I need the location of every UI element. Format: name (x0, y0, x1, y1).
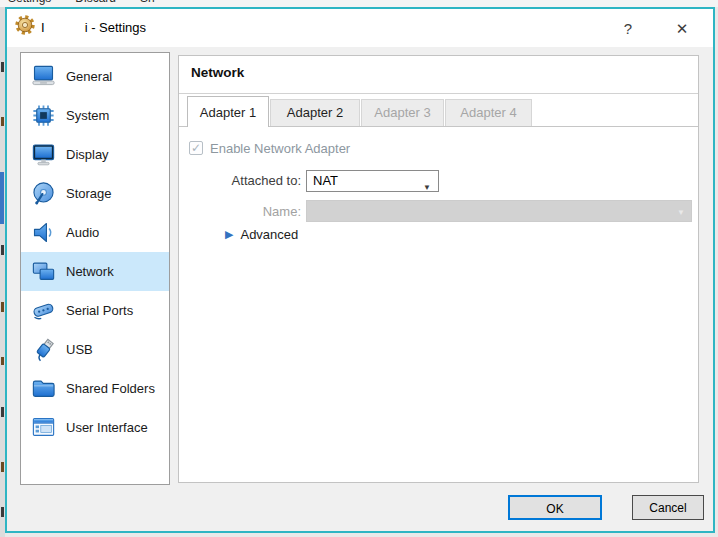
sidebar-item-storage[interactable]: Storage (21, 174, 169, 213)
network-settings-panel: Network Adapter 1 Adapter 2 Adapter 3 Ad… (178, 55, 699, 483)
sidebar-item-label: User Interface (66, 420, 148, 435)
sidebar-item-usb[interactable]: USB (21, 330, 169, 369)
system-icon (30, 102, 57, 129)
sidebar-item-label: Display (66, 147, 109, 162)
advanced-toggle[interactable]: ▶ Advanced (225, 227, 298, 242)
user-interface-icon (30, 414, 57, 441)
sidebar-item-display[interactable]: Display (21, 135, 169, 174)
attached-to-value: NAT (313, 173, 338, 188)
tab-adapter-3: Adapter 3 (361, 99, 444, 126)
enable-network-adapter-checkbox: ✓ (189, 141, 203, 155)
ok-button[interactable]: OK (508, 495, 602, 520)
network-icon (30, 258, 57, 285)
titlebar: Ii - Settings ? ✕ (7, 9, 713, 47)
sidebar-item-label: Audio (66, 225, 99, 240)
shared-folders-icon (30, 375, 57, 402)
check-icon: ✓ (191, 141, 201, 155)
sidebar-item-user-interface[interactable]: User Interface (21, 408, 169, 447)
help-button[interactable]: ? (608, 9, 648, 47)
sidebar-item-system[interactable]: System (21, 96, 169, 135)
chevron-down-icon: ▼ (677, 208, 685, 217)
general-icon (30, 63, 57, 90)
audio-icon (30, 219, 57, 246)
sidebar-item-audio[interactable]: Audio (21, 213, 169, 252)
name-label: Name: (179, 204, 301, 219)
settings-dialog: Ii - Settings ? ✕ General System Display (5, 7, 715, 533)
sidebar-item-label: USB (66, 342, 93, 357)
usb-icon (30, 336, 57, 363)
sidebar-item-general[interactable]: General (21, 57, 169, 96)
tab-adapter-2[interactable]: Adapter 2 (270, 99, 360, 126)
background-toolbar-fragment: Settings Discard Sh (0, 0, 718, 7)
sidebar-item-label: Network (66, 264, 114, 279)
expand-arrow-icon: ▶ (225, 228, 233, 241)
heading-separator (179, 93, 698, 94)
name-select: ▼ (306, 200, 692, 222)
advanced-label: Advanced (240, 227, 298, 242)
cancel-button[interactable]: Cancel (632, 495, 704, 520)
sidebar-item-shared-folders[interactable]: Shared Folders (21, 369, 169, 408)
tab-adapter-1[interactable]: Adapter 1 (187, 96, 269, 127)
sidebar-item-label: Serial Ports (66, 303, 133, 318)
chevron-down-icon: ▼ (423, 178, 431, 198)
sidebar-item-label: System (66, 108, 109, 123)
sidebar-item-serial-ports[interactable]: Serial Ports (21, 291, 169, 330)
background-toolbar-show: Sh (140, 0, 155, 5)
storage-icon (30, 180, 57, 207)
display-icon (30, 141, 57, 168)
sidebar-item-label: General (66, 69, 112, 84)
tab-adapter-4: Adapter 4 (445, 99, 532, 126)
sidebar-item-label: Storage (66, 186, 112, 201)
settings-category-list: General System Display Storage Audio (20, 52, 170, 485)
sidebar-item-label: Shared Folders (66, 381, 155, 396)
window-title: Ii - Settings (41, 9, 146, 47)
attached-to-label: Attached to: (179, 173, 301, 188)
background-toolbar-discard: Discard (75, 0, 116, 5)
settings-gear-icon (14, 14, 36, 36)
background-toolbar-settings: Settings (8, 0, 51, 5)
close-button[interactable]: ✕ (660, 9, 704, 47)
page-title: Network (191, 65, 244, 80)
serial-ports-icon (30, 297, 57, 324)
enable-network-adapter-label: Enable Network Adapter (210, 141, 350, 156)
attached-to-select[interactable]: NAT ▼ (306, 170, 439, 192)
sidebar-item-network[interactable]: Network (21, 252, 169, 291)
